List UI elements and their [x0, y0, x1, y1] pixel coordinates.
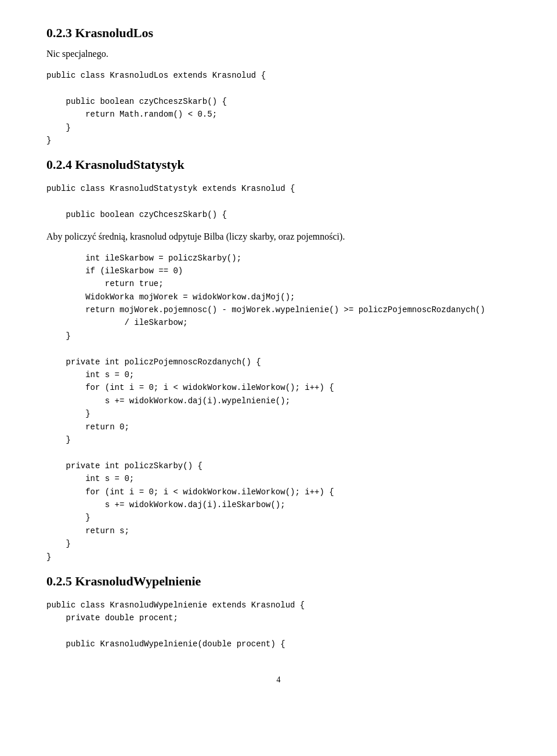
- section-heading-0-2-3: 0.2.3 KrasnoludLos: [46, 23, 511, 42]
- code-block-4: public class KrasnoludWypelnienie extend…: [46, 599, 511, 651]
- section-0-2-4: 0.2.4 KrasnoludStatystyk public class Kr…: [46, 155, 511, 563]
- code-block-3: int ileSkarbow = policzSkarby(); if (ile…: [46, 252, 511, 563]
- section-0-2-5: 0.2.5 KrasnoludWypelnienie public class …: [46, 571, 511, 651]
- section-desc-0-2-4: Aby policzyć średnią, krasnolud odpytuje…: [46, 230, 511, 244]
- page-number: 4: [46, 674, 511, 686]
- section-0-2-3: 0.2.3 KrasnoludLos Nic specjalnego. publ…: [46, 23, 511, 147]
- section-subtitle-0-2-3: Nic specjalnego.: [46, 47, 511, 61]
- code-block-2: public class KrasnoludStatystyk extends …: [46, 182, 511, 221]
- section-heading-0-2-5: 0.2.5 KrasnoludWypelnienie: [46, 571, 511, 591]
- section-heading-0-2-4: 0.2.4 KrasnoludStatystyk: [46, 155, 511, 174]
- code-block-1: public class KrasnoludLos extends Krasno…: [46, 69, 511, 147]
- page-content: 0.2.3 KrasnoludLos Nic specjalnego. publ…: [46, 23, 511, 686]
